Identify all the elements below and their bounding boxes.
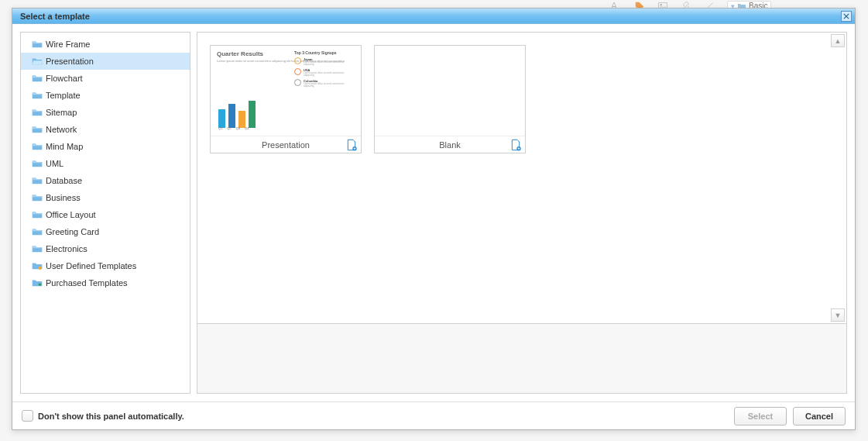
category-sitemap[interactable]: Sitemap [21,104,190,121]
thumb-item: ColombiaLorem ipsum dolor sit amet conse… [294,79,355,88]
template-thumbnail [375,46,525,136]
category-uml[interactable]: UML [21,155,190,172]
cancel-button[interactable]: Cancel [793,407,846,425]
category-business[interactable]: Business [21,189,190,206]
folder-icon [32,142,43,151]
category-presentation[interactable]: Presentation [21,53,190,70]
category-label: Greeting Card [46,227,99,236]
close-button[interactable] [841,11,852,22]
dont-show-label: Don't show this panel automatically. [38,412,184,421]
folder-user-icon [32,261,43,270]
thumb-bars: Q1 Q2 Q3 Q4 [218,94,256,128]
preview-pane [197,323,846,393]
chevron-down-icon: ▼ [835,312,842,319]
svg-point-2 [38,267,41,270]
category-user-defined-templates[interactable]: User Defined Templates [21,257,190,274]
category-label: Flowchart [46,74,83,83]
thumb-item: JapanLorem ipsum dolor sit amet consecte… [294,57,355,66]
dialog-footer: Don't show this panel automatically. Sel… [12,401,855,429]
thumb-subtitle: Top 3 Country Signups [294,50,355,55]
template-card-blank[interactable]: Blank [374,45,526,153]
folder-icon [32,40,43,49]
template-label: Presentation [262,140,310,150]
category-label: Wire Frame [46,40,90,49]
template-card-presentation[interactable]: Quarter Results Lorem ipsum dolor sit am… [210,45,362,153]
bar-q3 [238,111,245,128]
select-button[interactable]: Select [734,407,787,425]
dialog-titlebar: Select a template [12,9,855,24]
thumb-item: USALorem ipsum dolor sit amet consectetu… [294,68,355,77]
dialog-title: Select a template [20,12,90,21]
template-card-footer: Blank [375,136,525,153]
template-main-area: ▲ ▼ Quarter Results Lorem ipsum dolor si… [197,32,847,394]
category-label: Sitemap [46,108,77,117]
select-template-dialog: Select a template Wire Frame Presentatio… [12,8,856,430]
category-label: Purchased Templates [46,278,128,288]
folder-cart-icon [32,278,43,288]
new-document-icon[interactable] [345,139,358,151]
scroll-down-button[interactable]: ▼ [831,308,845,322]
templates-row: Quarter Results Lorem ipsum dolor sit am… [197,33,846,166]
category-template[interactable]: Template [21,87,190,104]
scroll-up-button[interactable]: ▲ [831,34,845,47]
category-label: Presentation [46,57,94,66]
category-label: UML [46,159,63,168]
folder-icon [32,74,43,83]
category-label: Business [46,193,81,202]
category-electronics[interactable]: Electronics [21,240,190,257]
category-network[interactable]: Network [21,121,190,138]
template-card-footer: Presentation [211,136,361,153]
category-label: Database [46,176,82,185]
folder-icon [32,210,43,219]
dont-show-checkbox[interactable] [22,410,33,422]
category-wire-frame[interactable]: Wire Frame [21,36,190,53]
category-purchased-templates[interactable]: Purchased Templates [21,274,190,291]
folder-open-icon [32,57,43,66]
category-label: User Defined Templates [46,261,136,270]
folder-icon [32,91,43,100]
category-database[interactable]: Database [21,172,190,189]
bar-q2 [228,104,235,128]
chevron-up-icon: ▲ [835,37,842,45]
close-icon [843,13,849,19]
template-thumbnail: Quarter Results Lorem ipsum dolor sit am… [211,46,361,136]
circle-icon [294,57,301,64]
category-label: Office Layout [46,210,96,219]
circle-icon [294,79,301,86]
category-flowchart[interactable]: Flowchart [21,70,190,87]
svg-point-1 [660,4,662,5]
category-office-layout[interactable]: Office Layout [21,206,190,223]
templates-pane: ▲ ▼ Quarter Results Lorem ipsum dolor si… [197,33,846,323]
new-document-icon[interactable] [509,139,522,151]
category-sidebar[interactable]: Wire Frame Presentation Flowchart Templa… [20,32,190,394]
folder-icon [32,176,43,185]
circle-icon [294,68,301,75]
category-mind-map[interactable]: Mind Map [21,138,190,155]
category-greeting-card[interactable]: Greeting Card [21,223,190,240]
folder-icon [32,193,43,202]
bar-q1 [218,109,225,128]
category-label: Template [46,91,81,100]
dialog-body: Wire Frame Presentation Flowchart Templa… [12,24,855,401]
folder-icon [32,227,43,236]
folder-icon [32,125,43,134]
template-label: Blank [439,140,461,150]
folder-icon [32,244,43,253]
dont-show-checkbox-row: Don't show this panel automatically. [22,410,728,422]
thumb-sidebar: Top 3 Country Signups JapanLorem ipsum d… [294,50,355,88]
thumb-xlabels: Q1 Q2 Q3 Q4 [218,126,249,130]
folder-icon [32,108,43,117]
category-label: Network [46,125,77,134]
bar-q4 [249,101,256,128]
category-label: Mind Map [46,142,83,151]
category-label: Electronics [46,244,87,253]
folder-icon [32,159,43,168]
